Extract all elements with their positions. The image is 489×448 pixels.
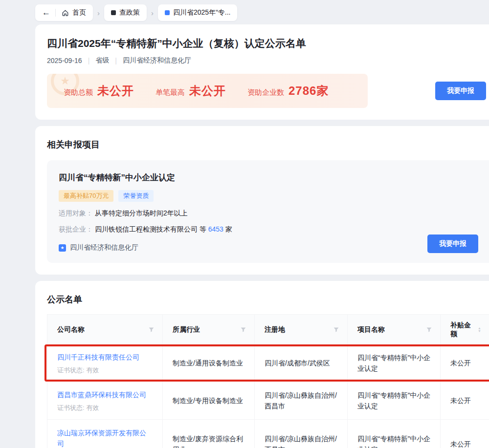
- chevron-right-icon: ›: [97, 9, 100, 17]
- honor-tag: 荣誉资质: [118, 190, 154, 202]
- related-projects-card: 相关申报项目 四川省“专精特新”中小企业认定 最高补贴70万元 荣誉资质 适用对…: [35, 126, 489, 275]
- cell-project: 四川省“专精特新”中小企业认定: [348, 382, 441, 420]
- col-project: 项目名称: [348, 315, 441, 345]
- divider: |: [115, 57, 117, 64]
- target-line: 适用对象： 从事特定细分市场时间2年以上: [59, 209, 477, 218]
- policy-level: 省级: [95, 56, 109, 65]
- cell-company: 西昌市蓝鼎环保科技有限公司 证书状态: 有效: [47, 382, 163, 420]
- stat-total: 资助总额 未公开: [64, 83, 134, 99]
- target-value: 从事特定细分市场时间2年以上: [95, 209, 188, 217]
- cell-industry: 制造业/废弃资源综合利用业: [163, 420, 255, 448]
- cell-location: 四川省/成都市/武侯区: [255, 345, 348, 382]
- chevron-right-icon: ›: [151, 9, 154, 17]
- cell-location: 四川省/凉山彝族自治州/西昌市: [255, 420, 348, 448]
- project-tags: 最高补贴70万元 荣誉资质: [59, 190, 477, 202]
- table-row[interactable]: 西昌市蓝鼎环保科技有限公司 证书状态: 有效 制造业/专用设备制造业 四川省/凉…: [47, 382, 489, 420]
- target-label: 适用对象：: [59, 209, 93, 217]
- company-link[interactable]: 西昌市蓝鼎环保科技有限公司: [57, 389, 146, 400]
- subsidy-tag: 最高补贴70万元: [59, 190, 113, 202]
- cell-project: 四川省“专精特新”中小企业认定: [348, 345, 441, 382]
- project-title[interactable]: 四川省“专精特新”中小企业认定: [59, 172, 477, 183]
- approved-label: 获批企业：: [59, 225, 93, 233]
- company-link[interactable]: 四川千正科技有限责任公司: [57, 352, 139, 363]
- approved-count-link[interactable]: 6453: [208, 225, 223, 233]
- company-link[interactable]: 凉山瑞京环保资源开发有限公司: [57, 427, 153, 448]
- stat-count: 资助企业数 2786家: [247, 83, 329, 99]
- roster-table-wrap: 公司名称 所属行业 注册地 项目名称: [47, 314, 489, 448]
- breadcrumb-policy-tab[interactable]: 查政策: [104, 4, 147, 21]
- breadcrumb-home-chip[interactable]: ← 首页: [35, 4, 93, 21]
- project-card[interactable]: 四川省“专精特新”中小企业认定 最高补贴70万元 荣誉资质 适用对象： 从事特定…: [47, 160, 489, 263]
- department-row: ★ 四川省经济和信息化厅: [59, 243, 477, 252]
- page-title: 四川省2025年“专精特新”中小企业（复核）认定公示名单: [47, 36, 489, 51]
- policy-header-card: 四川省2025年“专精特新”中小企业（复核）认定公示名单 2025-09-16 …: [35, 24, 489, 120]
- approved-line: 获批企业： 四川铁锐信工程检测技术有限公司 等 6453 家: [59, 225, 477, 234]
- table-row[interactable]: 四川千正科技有限责任公司 证书状态: 有效 制造业/通用设备制造业 四川省/成都…: [47, 345, 489, 382]
- stat-total-value: 未公开: [97, 83, 134, 99]
- stat-max-value: 未公开: [189, 83, 226, 99]
- back-icon[interactable]: ←: [42, 8, 50, 18]
- cell-location: 四川省/凉山彝族自治州/西昌市: [255, 382, 348, 420]
- stats-banner-row: ★ 资助总额 未公开 单笔最高 未公开 资助企业数 2786家 我要申报: [47, 74, 489, 108]
- approved-company: 四川铁锐信工程检测技术有限公司 等: [95, 225, 206, 233]
- filter-icon[interactable]: [426, 326, 432, 333]
- col-company: 公司名称: [47, 315, 163, 345]
- divider: |: [88, 57, 90, 64]
- breadcrumb-home-label[interactable]: 首页: [72, 8, 86, 17]
- filter-icon[interactable]: [333, 326, 339, 333]
- current-square-icon: [165, 10, 170, 15]
- policy-department: 四川省经济和信息化厅: [123, 56, 191, 65]
- table-header-row: 公司名称 所属行业 注册地 项目名称: [47, 315, 489, 345]
- cell-industry: 制造业/通用设备制造业: [163, 345, 255, 382]
- stat-max-label: 单笔最高: [156, 88, 185, 97]
- sort-icon[interactable]: ▲▼: [478, 327, 481, 333]
- publish-date: 2025-09-16: [47, 57, 82, 64]
- table-row[interactable]: 凉山瑞京环保资源开发有限公司 证书状态: 有效 制造业/废弃资源综合利用业 四川…: [47, 420, 489, 448]
- breadcrumb-policy-label[interactable]: 查政策: [119, 8, 140, 17]
- approved-suffix: 家: [225, 225, 232, 233]
- cell-company: 四川千正科技有限责任公司 证书状态: 有效: [47, 345, 163, 382]
- project-apply-button[interactable]: 我要申报: [427, 235, 478, 253]
- policy-meta: 2025-09-16 | 省级 | 四川省经济和信息化厅: [47, 56, 489, 65]
- cell-industry: 制造业/专用设备制造业: [163, 382, 255, 420]
- star-icon: ★: [59, 244, 66, 252]
- stat-max: 单笔最高 未公开: [156, 83, 226, 99]
- cell-company: 凉山瑞京环保资源开发有限公司 证书状态: 有效: [47, 420, 163, 448]
- filter-icon[interactable]: [148, 326, 155, 333]
- col-location: 注册地: [255, 315, 348, 345]
- page: ← 首页 › 查政策 › 四川省2025年“专... 四川省2025年“专精特新…: [0, 4, 489, 448]
- divider: [55, 9, 56, 17]
- department-name: 四川省经济和信息化厅: [70, 243, 138, 252]
- cell-subsidy: 未公开: [441, 382, 489, 420]
- stat-count-label: 资助企业数: [247, 88, 284, 97]
- breadcrumb-current-tab[interactable]: 四川省2025年“专...: [158, 4, 237, 21]
- cell-subsidy: 未公开: [441, 420, 489, 448]
- filter-icon[interactable]: [240, 326, 246, 333]
- cert-status: 证书状态: 有效: [57, 404, 153, 412]
- stat-total-label: 资助总额: [64, 88, 93, 97]
- apply-button[interactable]: 我要申报: [435, 82, 486, 100]
- col-subsidy: 补贴金额 ▲▼: [441, 315, 489, 345]
- roster-table: 公司名称 所属行业 注册地 项目名称: [47, 314, 489, 448]
- cell-subsidy: 未公开: [441, 345, 489, 382]
- cert-status: 证书状态: 有效: [57, 366, 153, 374]
- cell-project: 四川省“专精特新”中小企业认定: [348, 420, 441, 448]
- home-icon: [62, 9, 69, 17]
- stats-banner: ★ 资助总额 未公开 单笔最高 未公开 资助企业数 2786家: [47, 74, 368, 108]
- breadcrumb: ← 首页 › 查政策 › 四川省2025年“专...: [35, 4, 489, 21]
- stat-count-value: 2786家: [289, 83, 329, 99]
- related-section-title: 相关申报项目: [47, 139, 489, 150]
- col-industry: 所属行业: [163, 315, 255, 345]
- roster-card: 公示名单 公司名称 所属行业 注册地: [35, 281, 489, 448]
- policy-square-icon: [111, 10, 116, 15]
- breadcrumb-current-label[interactable]: 四川省2025年“专...: [173, 8, 230, 17]
- roster-section-title: 公示名单: [47, 294, 489, 305]
